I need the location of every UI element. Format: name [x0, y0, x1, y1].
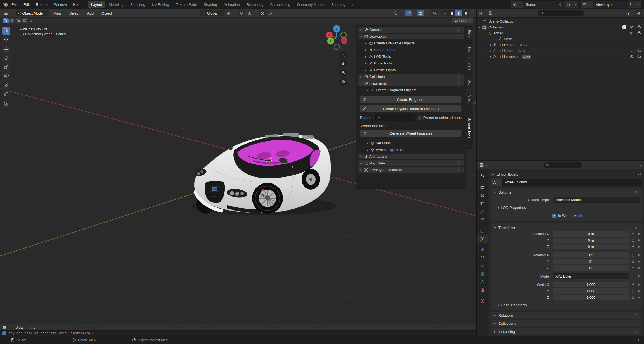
panel-map-data[interactable]: ▸ Map Data	[358, 160, 464, 166]
pivot-point-dropdown[interactable]: ⌄	[225, 10, 237, 16]
info-log-row[interactable]: bpy.ops.sollumz.generate_wheel_instances…	[0, 330, 476, 336]
scene-unlink-button[interactable]: ✕	[572, 1, 578, 8]
sidebar-tab-dev[interactable]: Dev	[466, 75, 473, 89]
tool-annotate[interactable]	[2, 82, 10, 90]
menu-render[interactable]: Render	[33, 3, 51, 7]
workspace-tab-layout[interactable]: Layout	[88, 1, 105, 8]
animate-dot-icon[interactable]	[638, 290, 640, 292]
show-gizmo-toggle[interactable]	[405, 10, 412, 16]
sidebar-tab-misc[interactable]: Misc	[466, 91, 473, 106]
instancing-panel[interactable]: ▸ Instancing	[491, 328, 642, 335]
parent-to-bone-checkbox[interactable]	[417, 116, 422, 120]
panel-create-fragment-objects[interactable]: ▾ + Create Fragment Objects	[366, 87, 464, 93]
tab-texture[interactable]	[477, 297, 488, 305]
tab-particles[interactable]	[477, 254, 488, 262]
drag-handle-icon[interactable]	[458, 82, 463, 85]
shading-wireframe-button[interactable]	[441, 10, 448, 16]
drag-handle-icon[interactable]	[458, 155, 463, 158]
animate-dot-icon[interactable]	[638, 275, 640, 277]
rotation-mode-dropdown[interactable]: XYZ Euler ⌄	[553, 273, 629, 279]
navigation-gizmo[interactable]: Z X Y	[321, 25, 352, 51]
pan-view-button[interactable]	[339, 60, 347, 68]
lock-icon[interactable]	[631, 238, 635, 242]
animate-dot-icon[interactable]	[638, 239, 640, 241]
filter-button[interactable]: ⌄	[626, 11, 634, 15]
tab-view-layer[interactable]	[477, 199, 488, 207]
show-overlays-toggle[interactable]	[417, 10, 424, 16]
tab-constraints[interactable]	[477, 270, 488, 278]
proportional-falloff-dropdown[interactable]: ⌄	[267, 10, 279, 16]
select-mode-extend-button[interactable]	[9, 18, 15, 23]
panel-fragments[interactable]: ▾ Fragments	[358, 80, 464, 86]
object-browse-button[interactable]: ⌄	[491, 179, 502, 186]
panel-drawables[interactable]: ▾ Drawables	[358, 34, 464, 39]
scale-y-input[interactable]: 1.000	[553, 288, 629, 294]
add-workspace-button[interactable]: +	[349, 2, 356, 7]
proportional-editing-toggle[interactable]	[259, 10, 266, 16]
drag-handle-icon[interactable]	[458, 169, 463, 171]
lock-icon[interactable]	[631, 232, 635, 236]
menu-window[interactable]: Window	[51, 3, 70, 7]
options-dropdown-icon[interactable]: ⌄	[639, 164, 641, 166]
object-name-field[interactable]: wheel_lf.child	[502, 179, 642, 186]
chevron-right-icon[interactable]: ▸	[489, 43, 493, 46]
panel-collisions[interactable]: ▸ Collisions	[358, 74, 464, 80]
scale-z-input[interactable]: 1.000	[553, 295, 629, 300]
menu-view[interactable]: View	[50, 11, 65, 15]
outliner-search-input[interactable]	[538, 10, 584, 16]
tool-cursor[interactable]	[2, 35, 10, 44]
animate-dot-icon[interactable]	[638, 284, 640, 286]
workspace-tab-compositing[interactable]: Compositing	[267, 1, 293, 8]
outliner-row-adder[interactable]: ▾ adder	[477, 30, 644, 36]
tool-transform[interactable]	[2, 71, 10, 80]
viewlayer-new-button[interactable]	[628, 1, 635, 8]
viewlayer-browse-button[interactable]: ⌄	[581, 1, 593, 8]
pin-icon[interactable]	[558, 3, 562, 6]
tab-tool[interactable]	[477, 172, 488, 180]
panel-vehicle-light-ids[interactable]: ▸ Vehicle Light IDs	[366, 147, 464, 153]
drag-handle-icon[interactable]	[635, 314, 640, 317]
ortho-toggle-button[interactable]	[339, 78, 347, 86]
tab-world[interactable]	[477, 216, 488, 224]
outliner-row-pose[interactable]: Pose	[477, 36, 644, 42]
gizmo-dropdown-arrow-icon[interactable]: ⌄	[414, 12, 416, 15]
create-fragment-button[interactable]: Create Fragment	[360, 96, 462, 103]
object-visibility-dropdown[interactable]: ⌄	[392, 10, 404, 16]
info-menu-view[interactable]: View	[13, 325, 26, 329]
workspace-tab-uv-editing[interactable]: UV Editing	[149, 1, 172, 8]
select-mode-subtract-button[interactable]	[16, 18, 22, 23]
workspace-tab-sculpting[interactable]: Sculpting	[127, 1, 148, 8]
shading-material-button[interactable]	[455, 10, 462, 16]
panel-create-lights[interactable]: ▸ Create Lights	[364, 67, 464, 73]
eye-icon[interactable]	[629, 25, 634, 29]
menu-add[interactable]: Add	[84, 11, 97, 15]
editor-type-button[interactable]: ⌄	[479, 11, 487, 15]
outliner-row-scene-collection[interactable]: Scene Collection	[477, 18, 644, 24]
fragment-object-field[interactable]	[375, 114, 415, 121]
tool-select-box[interactable]	[2, 27, 10, 35]
select-mode-intersect-button[interactable]	[29, 18, 34, 23]
viewlayer-remove-button[interactable]: ✕	[635, 1, 641, 8]
info-menu-info[interactable]: Info	[27, 325, 38, 329]
eye-icon[interactable]	[629, 54, 634, 59]
lock-icon[interactable]	[631, 283, 635, 286]
menu-object[interactable]: Object	[98, 11, 115, 15]
transform-orientation-dropdown[interactable]: Global ⌄	[200, 10, 224, 16]
menu-file[interactable]: File	[8, 3, 20, 7]
menu-edit[interactable]: Edit	[20, 3, 33, 7]
panel-create-drawable-objects[interactable]: ▸ Create Drawable Objects	[364, 40, 464, 46]
eye-closed-icon[interactable]	[629, 49, 634, 53]
create-physics-bones-button[interactable]: Create Physics Bones at Object(s)	[360, 105, 462, 112]
workspace-tab-rendering[interactable]: Rendering	[243, 1, 266, 8]
generate-wheel-instances-button[interactable]: Generate Wheel Instances	[360, 130, 462, 137]
select-mode-set-button[interactable]	[3, 18, 9, 23]
scene-name-field[interactable]: Scene	[523, 1, 565, 8]
outliner-row-adder-mesh[interactable]: ▸ adder.mesh 33	[477, 54, 644, 59]
collections-panel[interactable]: ▸ Collections	[491, 320, 642, 327]
animate-dot-icon[interactable]	[638, 267, 640, 269]
tab-material[interactable]	[477, 286, 488, 294]
animate-dot-icon[interactable]	[638, 261, 640, 262]
car-model[interactable]	[192, 133, 336, 215]
is-wheel-mesh-checkbox[interactable]: ✓	[552, 214, 556, 218]
chevron-down-icon[interactable]: ▾	[484, 32, 488, 35]
